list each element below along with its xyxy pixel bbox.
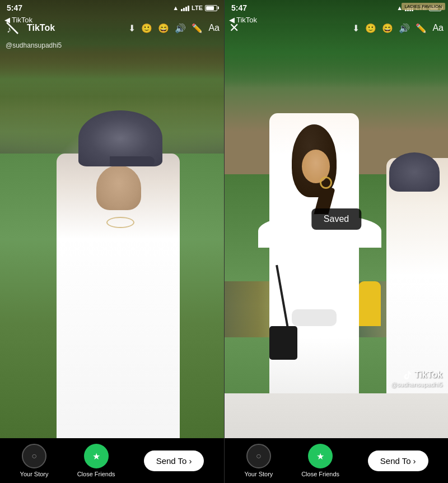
your-story-btn-left[interactable]: ○ Your Story <box>20 444 49 477</box>
send-to-text-right: Send To <box>380 456 411 466</box>
bag-right <box>269 326 297 360</box>
back-label-right[interactable]: ◀ TikTok <box>229 16 257 24</box>
battery-left <box>205 5 217 11</box>
back-arrow-right: ◀ <box>229 16 235 24</box>
back-arrow-left: ◀ <box>4 16 10 24</box>
pencil-icon-left[interactable]: ✏️ <box>192 23 203 34</box>
svg-text:♪: ♪ <box>7 25 11 34</box>
volume-icon-left[interactable]: 🔊 <box>175 23 186 34</box>
toolbar-icons-right[interactable]: ⬇ 🙂 😄 🔊 ✏️ Aa <box>352 23 444 34</box>
toolbar-icons-left[interactable]: ⬇ 🙂 😄 🔊 ✏️ Aa <box>128 23 220 34</box>
tiktok-watermark-right: TikTok @sudhansupadhi5 <box>391 370 442 388</box>
earring-right <box>320 177 332 189</box>
dress-belt-right <box>292 309 337 326</box>
right-person-cap-right <box>389 152 440 192</box>
story-label-left: Your Story <box>20 471 49 477</box>
story-plus-icon-left: ○ <box>31 451 37 461</box>
bar2 <box>183 8 185 11</box>
story-label-right: Your Story <box>244 471 273 477</box>
download-icon-right[interactable]: ⬇ <box>352 23 360 34</box>
close-friends-label-left: Close Friends <box>77 471 115 477</box>
story-plus-icon-right: ○ <box>256 451 262 461</box>
battery-fill-left <box>206 6 214 10</box>
left-panel: 5:47 ▲ LTE <box>0 0 224 483</box>
bottom-bar-left: ○ Your Story ★ Close Friends Send To › <box>0 438 224 483</box>
close-friends-circle-left[interactable]: ★ <box>84 444 109 468</box>
bottom-bar-right: ○ Your Story ★ Close Friends Send To › <box>225 438 448 483</box>
arrow-icon-left: ▲ <box>172 4 179 11</box>
watermark-username-right: @sudhansupadhi5 <box>391 381 442 388</box>
send-to-arrow-right: › <box>413 456 416 466</box>
video-bg-left <box>0 0 224 438</box>
bar3 <box>185 7 187 11</box>
pencil-icon-right[interactable]: ✏️ <box>416 23 427 34</box>
text-icon-right[interactable]: Aa <box>432 23 444 33</box>
volume-icon-right[interactable]: 🔊 <box>399 23 410 34</box>
lte-text-left: LTE <box>192 4 203 11</box>
video-area-left <box>0 0 224 438</box>
send-to-arrow-left: › <box>189 456 192 466</box>
logo-text-left: TikTok <box>27 23 55 33</box>
story-circle-right[interactable]: ○ <box>246 444 271 468</box>
sticker-icon-right[interactable]: 😄 <box>382 23 393 34</box>
story-circle-left[interactable]: ○ <box>22 444 46 468</box>
yellow-jersey-person <box>358 281 381 326</box>
chain-left <box>106 217 134 228</box>
close-friends-label-right: Close Friends <box>301 471 339 477</box>
video-area-right: LADIES PAVILION <box>225 0 448 438</box>
status-icons-left: ▲ LTE <box>172 4 217 11</box>
back-text-left: TikTok <box>12 16 32 24</box>
man-neck-left <box>96 165 141 210</box>
right-person-right <box>386 158 448 393</box>
close-friends-circle-right[interactable]: ★ <box>308 444 333 468</box>
emoji-icon-left[interactable]: 🙂 <box>141 23 152 34</box>
back-label-left[interactable]: ◀ TikTok <box>4 16 32 24</box>
text-icon-left[interactable]: Aa <box>208 23 220 33</box>
send-to-btn-left[interactable]: Send To › <box>144 451 204 471</box>
cap-brim-left <box>110 156 155 166</box>
status-time-left: 5:47 <box>7 3 22 12</box>
send-to-btn-right[interactable]: Send To › <box>368 451 428 471</box>
username-left: @sudhansupadhi5 <box>6 41 62 49</box>
tiktok-wm-icon-right <box>402 370 412 380</box>
back-text-right: TikTok <box>236 16 257 24</box>
tiktok-wm-logo-right: TikTok <box>402 370 442 380</box>
your-story-btn-right[interactable]: ○ Your Story <box>244 444 273 477</box>
close-friends-btn-left[interactable]: ★ Close Friends <box>77 444 115 477</box>
send-to-text-left: Send To <box>156 456 187 466</box>
watermark-logo-text-right: TikTok <box>414 370 442 380</box>
status-time-right: 5:47 <box>231 3 247 12</box>
sticker-icon-left[interactable]: 😄 <box>158 23 169 34</box>
saved-toast-right: Saved <box>311 208 361 230</box>
star-icon-right: ★ <box>316 451 324 462</box>
close-friends-btn-right[interactable]: ★ Close Friends <box>301 444 339 477</box>
bar4 <box>188 6 189 11</box>
toolbar-right: ✕ ⬇ 🙂 😄 🔊 ✏️ Aa <box>225 16 448 40</box>
toolbar-left: ♪ TikTok ⬇ 🙂 😄 🔊 ✏️ Aa <box>0 16 224 40</box>
right-panel: 5:47 ▲ LTE LADIES PAVILION <box>224 0 448 483</box>
bar1 <box>181 9 183 11</box>
pavilion-sign-right: LADIES PAVILION <box>402 3 445 10</box>
status-bar-left: 5:47 ▲ LTE <box>0 0 224 16</box>
emoji-icon-right[interactable]: 🙂 <box>365 23 376 34</box>
download-icon-left[interactable]: ⬇ <box>128 23 136 34</box>
star-icon-left: ★ <box>92 451 100 462</box>
video-bg-right: LADIES PAVILION <box>225 0 448 438</box>
signal-bars-left <box>181 4 189 11</box>
